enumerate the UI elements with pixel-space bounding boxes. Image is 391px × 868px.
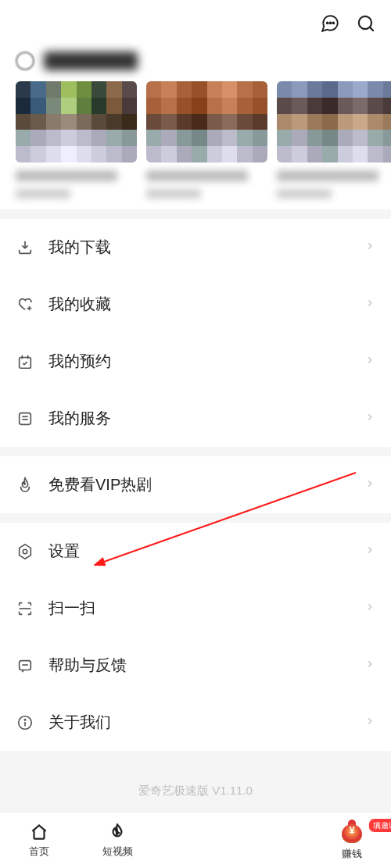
tab-label: 首页 [29,845,49,859]
history-item[interactable] [16,81,137,198]
app-version: 爱奇艺极速版 V1.11.0 [0,751,391,816]
menu-label: 我的收藏 [48,294,364,315]
menu-reservations[interactable]: 我的预约 [0,333,391,390]
download-icon [16,238,34,257]
menu-label: 设置 [48,541,364,562]
history-icon [16,52,34,70]
chevron-right-icon [364,602,375,616]
tab-earn-money[interactable]: 填邀请码 ¥ 赚钱 [313,820,391,861]
history-section-header [0,47,391,75]
chevron-right-icon [364,298,375,312]
menu-group-3: 设置 扫一扫 帮助与反馈 关于我们 [0,523,391,751]
menu-about[interactable]: 关于我们 [0,694,391,751]
menu-scan[interactable]: 扫一扫 [0,580,391,637]
chevron-right-icon [364,478,375,492]
heart-plus-icon [16,295,34,314]
svg-marker-22 [117,831,119,834]
svg-line-4 [370,27,374,31]
tab-label: 赚钱 [342,847,362,861]
svg-point-1 [330,23,332,24]
menu-favorites[interactable]: 我的收藏 [0,276,391,333]
tab-bar: 首页 短视频 填邀请码 ¥ 赚钱 [0,812,391,868]
menu-label: 帮助与反馈 [48,655,364,676]
svg-point-20 [24,719,25,720]
svg-point-3 [359,16,371,29]
fire-icon [16,476,34,495]
tab-home[interactable]: 首页 [0,822,78,859]
svg-point-2 [332,23,334,24]
earn-badge: 填邀请码 [369,819,391,832]
svg-rect-10 [20,413,31,424]
list-icon [16,409,34,428]
chevron-right-icon [364,545,375,559]
header-bar [0,0,391,47]
history-thumbnails [0,75,391,209]
menu-label: 关于我们 [48,712,364,733]
money-bag-icon: ¥ [339,820,364,845]
info-icon [16,713,34,732]
menu-services[interactable]: 我的服务 [0,390,391,447]
svg-marker-13 [20,544,31,558]
chevron-right-icon [364,412,375,426]
menu-label: 免费看VIP热剧 [48,474,364,495]
history-title [44,52,138,70]
chevron-right-icon [364,355,375,369]
menu-settings[interactable]: 设置 [0,523,391,580]
tab-short-video[interactable]: 短视频 [78,822,156,859]
menu-group-1: 我的下载 我的收藏 我的预约 我的服务 [0,219,391,447]
messages-icon[interactable] [319,13,341,34]
history-item[interactable] [146,81,267,198]
menu-free-vip[interactable]: 免费看VIP热剧 [0,456,391,513]
menu-label: 扫一扫 [48,598,364,619]
menu-help[interactable]: 帮助与反馈 [0,637,391,694]
chevron-right-icon [364,241,375,255]
gear-icon [16,542,34,561]
home-icon [29,822,49,842]
feedback-icon [16,656,34,675]
menu-group-2: 免费看VIP热剧 [0,456,391,513]
chevron-right-icon [364,716,375,730]
menu-label: 我的预约 [48,351,364,372]
search-icon[interactable] [355,13,377,34]
menu-downloads[interactable]: 我的下载 [0,219,391,276]
chevron-right-icon [364,659,375,673]
svg-rect-7 [20,357,31,368]
calendar-icon [16,352,34,371]
short-video-icon [107,822,127,842]
tab-label: 短视频 [102,845,133,859]
svg-point-0 [327,23,328,24]
history-item[interactable] [277,81,391,198]
menu-label: 我的服务 [48,408,364,429]
menu-label: 我的下载 [48,237,364,258]
scan-icon [16,599,34,618]
svg-point-14 [23,549,27,554]
